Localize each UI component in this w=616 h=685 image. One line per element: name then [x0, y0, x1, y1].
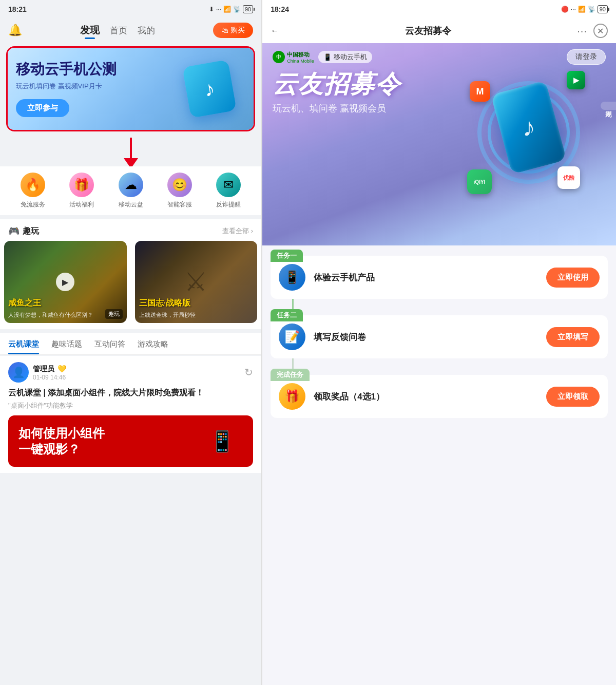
right-time: 18:24 — [271, 5, 289, 13]
author-badge: 💛 — [57, 365, 66, 373]
cloud-phone-brand: 📱 移动云手机 — [318, 51, 372, 63]
activity-icon: 🎁 — [69, 173, 94, 197]
left-status-bar: 18:21 ⬇ ··· 📶 📡 90 — [0, 0, 261, 18]
left-time: 18:21 — [8, 5, 27, 13]
banner-right-graphic: ♪ — [174, 58, 245, 120]
back-arrow-icon: ← — [271, 26, 279, 35]
tab-faxian[interactable]: 发现 — [80, 24, 100, 37]
close-button[interactable]: ✕ — [593, 24, 608, 38]
battery-indicator: 90 — [243, 5, 253, 13]
hero-area: 云友招募令 玩云机、填问卷 赢视频会员 规则 ♪ iQIYI 优酷 M ▶ — [262, 71, 616, 245]
play-button-1[interactable]: ▶ — [56, 273, 74, 291]
task-1-button[interactable]: 立即使用 — [546, 268, 600, 288]
quick-icon-anti-fraud[interactable]: ✉ 反诈提醒 — [216, 173, 241, 209]
task-complete-desc: 领取奖品（4选1） — [314, 391, 546, 403]
game-card-2[interactable]: ⚔ 三国志·战略版 上线送金珠，开局秒轻 — [135, 241, 258, 323]
refresh-icon[interactable]: ↻ — [244, 366, 253, 378]
task-complete-tag: 完成任务 — [271, 369, 310, 381]
author-name: 管理员 — [33, 365, 54, 373]
more-options-button[interactable]: ··· — [577, 25, 587, 37]
quick-icons-row: 🔥 免流服务 🎁 活动福利 ☁ 移动云盘 😊 智能客服 ✉ 反诈提醒 — [0, 166, 261, 215]
tab-fun-topics[interactable]: 趣味话题 — [51, 339, 82, 354]
right-nav-bar: ← 云友招募令 ··· ✕ — [262, 18, 616, 43]
game-title-2: 三国志·战略版 — [139, 298, 190, 309]
bottom-promo-text: 如何使用小组件一键观影？ — [18, 425, 105, 457]
right-notification-icon: 🔴 — [561, 6, 569, 13]
game-card-1[interactable]: ▶ 咸鱼之王 人没有梦想，和咸鱼有什么区别？ 趣玩 — [4, 241, 127, 323]
right-page-title: 云友招募令 — [405, 25, 451, 37]
game-tag-1: 趣玩 — [105, 309, 123, 319]
right-battery: 90 — [598, 5, 608, 13]
task-2-desc: 填写反馈问卷 — [314, 331, 546, 343]
task-connector-2 — [292, 358, 294, 369]
right-dots-status: ··· — [571, 6, 576, 13]
right-signal-icon: 📶 — [578, 6, 586, 13]
tab-interactive-qa[interactable]: 互动问答 — [94, 339, 125, 354]
quick-icon-ai-service[interactable]: 😊 智能客服 — [167, 173, 192, 209]
right-banner: 中 中国移动 China Mobile 📱 移动云手机 请登录 云友招募令 玩云… — [262, 43, 616, 245]
task-2-button[interactable]: 立即填写 — [546, 327, 600, 347]
bell-icon[interactable]: 🔔 — [8, 24, 22, 37]
game-title-1: 咸鱼之王 — [8, 298, 41, 309]
cloud-phone-icon: 📱 — [323, 53, 332, 61]
task-2-icon: 📝 — [279, 324, 305, 350]
right-status-bar: 18:24 🔴 ··· 📶 📡 90 — [262, 0, 616, 18]
quick-icon-free-traffic[interactable]: 🔥 免流服务 — [21, 173, 45, 209]
task-item-2: 任务二 📝 填写反馈问卷 立即填写 — [271, 315, 608, 358]
view-all-button[interactable]: 查看全部 › — [222, 226, 253, 236]
dots-icon: ··· — [216, 6, 221, 13]
game-card-2-bg: ⚔ — [135, 241, 258, 323]
banner-title: 移动云手机公测 — [16, 61, 174, 78]
banner-left-content: 移动云手机公测 玩云机填问卷 赢视频VIP月卡 立即参与 — [16, 61, 174, 118]
trending-section-header: 🎮 趣玩 查看全部 › — [0, 219, 261, 241]
post-item: 👤 管理员 💛 01-09 14:46 ↻ 云机课堂 | 添加桌面小组件，院线大… — [0, 356, 261, 473]
ai-service-icon: 😊 — [167, 173, 192, 197]
tab-game-guide[interactable]: 游戏攻略 — [138, 339, 168, 354]
quick-icon-cloud-disk[interactable]: ☁ 移动云盘 — [119, 173, 143, 209]
phone-3d-icon: ♪ — [182, 60, 237, 118]
tencent-icon: ▶ — [567, 71, 585, 89]
task-complete-button[interactable]: 立即领取 — [546, 387, 600, 407]
task-2-tag: 任务二 — [271, 309, 303, 321]
task-complete-content: 🎁 领取奖品（4选1） 立即领取 — [271, 375, 608, 418]
bottom-promo-card[interactable]: 如何使用小组件一键观影？ 📱 — [8, 415, 253, 467]
tab-cloud-classroom[interactable]: 云机课堂 — [8, 339, 39, 354]
china-mobile-en: China Mobile — [287, 59, 314, 64]
free-traffic-label: 免流服务 — [21, 200, 45, 209]
china-mobile-logo: 中 中国移动 China Mobile — [273, 51, 314, 64]
content-tabs-bar: 云机课堂 趣味话题 互动问答 游戏攻略 — [0, 333, 261, 355]
anti-fraud-label: 反诈提醒 — [216, 200, 241, 209]
ai-service-label: 智能客服 — [167, 200, 192, 209]
task-complete-icon: 🎁 — [279, 383, 305, 410]
nav-tabs: 发现 首页 我的 — [80, 24, 155, 37]
promo-banner[interactable]: 移动云手机公测 玩云机填问卷 赢视频VIP月卡 立即参与 ♪ — [8, 48, 254, 130]
activity-label: 活动福利 — [69, 200, 94, 209]
post-title: 云机课堂 | 添加桌面小组件，院线大片限时免费观看！ — [8, 387, 253, 399]
cloud-phone-name: 移动云手机 — [334, 52, 367, 62]
china-mobile-name: 中国移动 — [287, 51, 314, 59]
buy-icon: 🛍 — [221, 26, 228, 34]
right-nav-right: ··· ✕ — [577, 24, 608, 38]
author-avatar: 👤 — [8, 362, 29, 383]
right-panel: 18:24 🔴 ··· 📶 📡 90 ← 云友招募令 ··· ✕ 中 中 — [262, 0, 616, 685]
buy-button[interactable]: 🛍 购买 — [213, 23, 253, 38]
left-panel: 18:21 ⬇ ··· 📶 📡 90 🔔 发现 首页 我的 🛍 购买 移动云手机… — [0, 0, 261, 685]
task-connector-1 — [292, 299, 294, 309]
signal-icon: 📶 — [223, 6, 231, 13]
author-details: 管理员 💛 01-09 14:46 — [33, 364, 66, 381]
game-card-2-icon: ⚔ — [184, 267, 207, 297]
post-author-info: 👤 管理员 💛 01-09 14:46 — [8, 362, 66, 383]
task-1-desc: 体验云手机产品 — [314, 272, 546, 283]
quick-icon-activity[interactable]: 🎁 活动福利 — [69, 173, 94, 209]
arrow-container — [0, 136, 261, 166]
migu-icon: M — [470, 81, 490, 102]
iqiyi-icon: iQIYI — [467, 169, 492, 194]
back-button[interactable]: ← — [271, 26, 279, 35]
phone-3d-container: ♪ iQIYI 优酷 M ▶ — [462, 61, 595, 204]
tab-shouye[interactable]: 首页 — [110, 25, 127, 36]
task-1-content: 📱 体验云手机产品 立即使用 — [271, 256, 608, 299]
post-desc: "桌面小组件"功能教学 — [8, 401, 253, 410]
tab-wode[interactable]: 我的 — [138, 25, 155, 36]
task-2-content: 📝 填写反馈问卷 立即填写 — [271, 315, 608, 358]
banner-cta-button[interactable]: 立即参与 — [16, 99, 69, 117]
